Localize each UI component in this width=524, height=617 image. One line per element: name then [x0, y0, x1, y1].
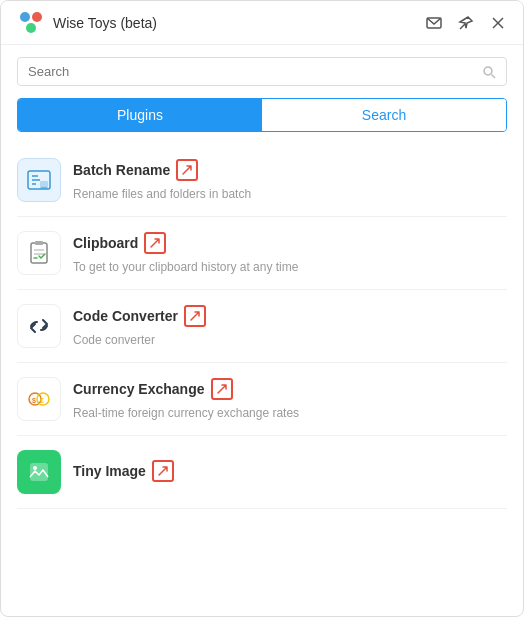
plugin-list: ... Batch Rename Rename files and folder… [1, 144, 523, 616]
svg-point-0 [20, 12, 30, 22]
batch-rename-desc: Rename files and folders in batch [73, 187, 251, 201]
search-icon [482, 65, 496, 79]
tab-plugins[interactable]: Plugins [18, 99, 262, 131]
currency-exchange-launch[interactable] [211, 378, 233, 400]
title-bar: Wise Toys (beta) [1, 1, 523, 45]
svg-point-2 [26, 23, 36, 33]
svg-point-7 [484, 67, 492, 75]
clipboard-desc: To get to your clipboard history at any … [73, 260, 298, 274]
clipboard-info: Clipboard To get to your clipboard histo… [73, 232, 507, 275]
list-item[interactable]: Code Converter Code converter [17, 290, 507, 363]
svg-line-4 [460, 24, 465, 29]
tiny-image-icon [17, 450, 61, 494]
tabs-container: Plugins Search [17, 98, 507, 132]
svg-text:€: € [40, 397, 44, 404]
tab-search[interactable]: Search [262, 99, 506, 131]
currency-exchange-icon: $ € [17, 377, 61, 421]
clipboard-name: Clipboard [73, 235, 138, 251]
currency-exchange-name: Currency Exchange [73, 381, 205, 397]
tiny-image-info: Tiny Image [73, 460, 507, 485]
code-converter-launch[interactable] [184, 305, 206, 327]
search-input-wrap [17, 57, 507, 86]
svg-text:$: $ [32, 397, 36, 405]
list-item[interactable]: Clipboard To get to your clipboard histo… [17, 217, 507, 290]
clipboard-launch[interactable] [144, 232, 166, 254]
code-converter-info: Code Converter Code converter [73, 305, 507, 348]
currency-exchange-info: Currency Exchange Real-time foreign curr… [73, 378, 507, 421]
close-icon[interactable] [489, 14, 507, 32]
batch-rename-icon: ... [17, 158, 61, 202]
batch-rename-info: Batch Rename Rename files and folders in… [73, 159, 507, 202]
app-logo [17, 9, 45, 37]
svg-text:...: ... [41, 182, 47, 189]
search-bar [1, 45, 523, 98]
search-input[interactable] [28, 64, 482, 79]
svg-rect-15 [31, 243, 47, 263]
tiny-image-name: Tiny Image [73, 463, 146, 479]
pin-icon[interactable] [457, 14, 475, 32]
batch-rename-launch[interactable] [176, 159, 198, 181]
svg-rect-16 [35, 241, 43, 245]
currency-exchange-desc: Real-time foreign currency exchange rate… [73, 406, 299, 420]
svg-point-24 [33, 466, 37, 470]
code-converter-icon [17, 304, 61, 348]
code-converter-desc: Code converter [73, 333, 155, 347]
app-title: Wise Toys (beta) [53, 15, 425, 31]
svg-point-1 [32, 12, 42, 22]
main-window: Wise Toys (beta) [0, 0, 524, 617]
clipboard-icon [17, 231, 61, 275]
list-item[interactable]: ... Batch Rename Rename files and folder… [17, 144, 507, 217]
mail-icon[interactable] [425, 14, 443, 32]
tiny-image-launch[interactable] [152, 460, 174, 482]
list-item[interactable]: $ € Currency Exchange Real-time foreign … [17, 363, 507, 436]
svg-line-8 [492, 74, 496, 78]
code-converter-name: Code Converter [73, 308, 178, 324]
title-actions [425, 14, 507, 32]
batch-rename-name: Batch Rename [73, 162, 170, 178]
list-item[interactable]: Tiny Image [17, 436, 507, 509]
